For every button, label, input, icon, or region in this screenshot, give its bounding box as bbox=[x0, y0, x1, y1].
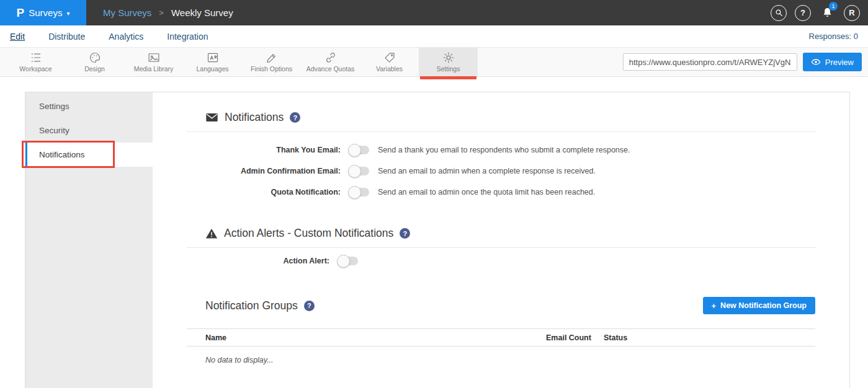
divider bbox=[187, 131, 815, 132]
help-icon[interactable]: ? bbox=[304, 301, 315, 311]
section-title: Notifications bbox=[225, 111, 284, 124]
toolbar-item-label: Workspace bbox=[19, 65, 51, 73]
column-header-email-count: Email Count bbox=[546, 333, 604, 342]
action-alert-toggle[interactable] bbox=[338, 257, 358, 265]
table-header-row: Name Email Count Status bbox=[187, 328, 815, 346]
breadcrumb-separator: > bbox=[159, 8, 164, 17]
preview-button[interactable]: Preview bbox=[803, 53, 862, 71]
sidebar-item-security[interactable]: Security bbox=[25, 118, 153, 143]
preview-label: Preview bbox=[825, 58, 854, 67]
tab-distribute[interactable]: Distribute bbox=[48, 32, 85, 42]
variables-icon bbox=[383, 51, 396, 64]
sidebar-item-label: Settings bbox=[39, 102, 69, 111]
groups-header: Notification Groups ? + New Notification… bbox=[187, 297, 815, 314]
topbar: P Surveys ▾ My Surveys > Weekly Survey ?… bbox=[0, 0, 868, 25]
tab-edit[interactable]: Edit bbox=[10, 32, 25, 42]
settings-panel: Settings Security Notifications Notifica… bbox=[25, 92, 850, 388]
design-icon bbox=[89, 51, 101, 64]
eye-icon bbox=[811, 57, 821, 67]
survey-url-input[interactable] bbox=[623, 53, 797, 71]
empty-table-message: No data to display... bbox=[205, 356, 815, 364]
section-heading: Notifications ? bbox=[205, 111, 815, 124]
product-name: Surveys bbox=[29, 7, 62, 18]
toolbar-item-workspace[interactable]: Workspace bbox=[6, 48, 65, 76]
toggle-row: Admin Confirmation Email: Send an email … bbox=[187, 164, 815, 177]
toolbar-item-label: Variables bbox=[376, 65, 403, 73]
tab-integration[interactable]: Integration bbox=[167, 32, 208, 42]
help-icon[interactable]: ? bbox=[290, 112, 300, 123]
chevron-down-icon: ▾ bbox=[66, 10, 69, 17]
finish-options-icon bbox=[266, 51, 278, 64]
section-action-alerts: Action Alerts - Custom Notifications ? A… bbox=[187, 227, 815, 267]
toolbar-item-languages[interactable]: Languages bbox=[183, 48, 242, 76]
quota-notification-toggle[interactable] bbox=[349, 188, 369, 196]
column-header-status: Status bbox=[604, 333, 815, 342]
topbar-actions: ? 1 R bbox=[771, 4, 868, 21]
breadcrumb: My Surveys > Weekly Survey bbox=[103, 7, 233, 18]
breadcrumb-my-surveys[interactable]: My Surveys bbox=[103, 7, 151, 18]
toolbar-item-label: Advance Quotas bbox=[306, 65, 355, 73]
edit-toolbar: Workspace Design Media Library Languages… bbox=[0, 48, 868, 77]
settings-icon bbox=[442, 51, 455, 64]
settings-sidebar: Settings Security Notifications bbox=[25, 92, 153, 388]
sidebar-item-settings[interactable]: Settings bbox=[25, 94, 153, 118]
sidebar-item-label: Notifications bbox=[39, 150, 85, 159]
toolbar-item-variables[interactable]: Variables bbox=[360, 48, 419, 76]
toolbar-item-label: Design bbox=[84, 65, 105, 73]
toggle-label: Action Alert: bbox=[187, 257, 329, 265]
annotation-settings-underline bbox=[420, 76, 477, 79]
search-button[interactable] bbox=[771, 5, 787, 21]
toggle-description: Send an email to admin when a complete r… bbox=[378, 167, 596, 175]
admin-confirmation-email-toggle[interactable] bbox=[349, 167, 369, 175]
toolbar-item-label: Media Library bbox=[134, 65, 174, 73]
main-nav: Edit Distribute Analytics Integration Re… bbox=[0, 25, 868, 48]
toolbar-item-label: Languages bbox=[197, 65, 229, 73]
notification-badge: 1 bbox=[829, 2, 838, 11]
workspace-icon bbox=[30, 51, 42, 64]
search-icon bbox=[775, 9, 783, 17]
media-library-icon bbox=[148, 51, 160, 64]
plus-icon: + bbox=[712, 301, 717, 311]
toolbar-item-settings[interactable]: Settings bbox=[419, 48, 478, 76]
help-icon[interactable]: ? bbox=[400, 228, 410, 239]
new-notification-group-button[interactable]: + New Notification Group bbox=[703, 297, 815, 314]
toolbar-item-label: Settings bbox=[437, 65, 460, 73]
toolbar-item-label: Finish Options bbox=[251, 65, 292, 73]
advance-quotas-icon bbox=[324, 51, 337, 64]
responses-count: Responses: 0 bbox=[809, 32, 859, 41]
toggle-label: Quota Notification: bbox=[187, 188, 341, 196]
section-notification-groups: Notification Groups ? + New Notification… bbox=[187, 297, 815, 364]
new-group-label: New Notification Group bbox=[720, 301, 807, 310]
section-heading: Notification Groups ? bbox=[205, 299, 315, 312]
toggle-description: Send a thank you email to respondents wh… bbox=[378, 146, 630, 154]
question-mark-icon: ? bbox=[800, 8, 805, 17]
avatar-initial: R bbox=[849, 8, 854, 17]
thank-you-email-toggle[interactable] bbox=[349, 146, 369, 154]
section-heading: Action Alerts - Custom Notifications ? bbox=[205, 227, 815, 240]
toolbar-right: Preview bbox=[623, 48, 868, 76]
sidebar-item-notifications[interactable]: Notifications bbox=[25, 143, 153, 167]
questionpro-logo: P bbox=[17, 6, 25, 20]
help-button[interactable]: ? bbox=[795, 5, 811, 21]
toggle-row: Thank You Email: Send a thank you email … bbox=[187, 143, 815, 156]
notifications-button[interactable]: 1 bbox=[819, 4, 836, 21]
toggle-label: Thank You Email: bbox=[187, 146, 341, 154]
toolbar-item-finish-options[interactable]: Finish Options bbox=[242, 48, 301, 76]
toolbar-item-design[interactable]: Design bbox=[65, 48, 124, 76]
toggle-row: Quota Notification: Send an email to adm… bbox=[187, 185, 815, 198]
user-avatar[interactable]: R bbox=[844, 5, 860, 21]
notifications-content: Notifications ? Thank You Email: Send a … bbox=[153, 92, 849, 388]
notification-groups-table: Name Email Count Status No data to displ… bbox=[187, 328, 815, 364]
section-notifications: Notifications ? Thank You Email: Send a … bbox=[187, 111, 815, 198]
toolbar-item-advance-quotas[interactable]: Advance Quotas bbox=[301, 48, 360, 76]
languages-icon bbox=[207, 51, 219, 64]
section-title: Notification Groups bbox=[205, 299, 298, 312]
app-switcher[interactable]: P Surveys ▾ bbox=[0, 0, 86, 25]
sidebar-item-label: Security bbox=[39, 126, 69, 135]
warning-icon bbox=[205, 227, 218, 240]
breadcrumb-current: Weekly Survey bbox=[171, 7, 233, 18]
tab-analytics[interactable]: Analytics bbox=[109, 32, 143, 42]
divider bbox=[187, 247, 815, 248]
toggle-description: Send an email to admin once the quota li… bbox=[378, 188, 595, 196]
toolbar-item-media-library[interactable]: Media Library bbox=[124, 48, 183, 76]
